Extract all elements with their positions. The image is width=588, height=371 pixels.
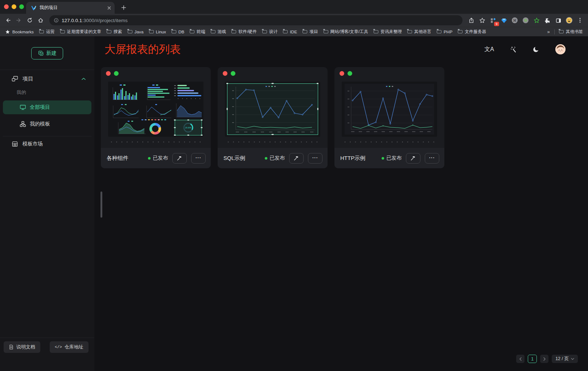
side-panel-button[interactable]	[553, 15, 563, 25]
next-page-button[interactable]	[540, 355, 548, 363]
header-actions: 文A	[484, 44, 566, 54]
extensions-puzzle-button[interactable]	[542, 15, 552, 25]
sidebar-group-project[interactable]: 项目	[0, 70, 94, 87]
bookmark-folder[interactable]: 文件服务器	[458, 29, 486, 35]
status-label: 已发布	[153, 155, 168, 161]
info-icon[interactable]	[54, 18, 59, 23]
more-button[interactable]: ···	[425, 153, 439, 164]
back-button[interactable]	[3, 15, 13, 25]
pagination: 1 12 / 页	[516, 355, 578, 363]
extension-green-star-icon[interactable]	[531, 15, 542, 25]
chevron-left-icon	[519, 357, 522, 361]
zoom-window-button[interactable]	[19, 4, 24, 9]
bookmark-folder[interactable]: 设计	[262, 29, 278, 35]
address-bar[interactable]: 127.0.0.1:3000/#/project/items	[49, 15, 462, 25]
bookmarks-divider	[554, 29, 555, 34]
status-label: 已发布	[270, 155, 285, 161]
more-button[interactable]: ···	[191, 153, 206, 164]
new-project-button[interactable]: 新建	[31, 47, 63, 59]
translate-icon[interactable]: 文A	[484, 46, 494, 53]
card-footer: SQL示例 已发布 ···	[218, 148, 328, 168]
sidebar-item-my-templates[interactable]: 我的模板	[3, 117, 91, 131]
main-scrollbar-thumb[interactable]	[100, 191, 102, 218]
magic-wand-icon[interactable]	[510, 46, 517, 53]
bookmark-folder[interactable]: 游戏	[211, 29, 226, 35]
reload-icon	[27, 17, 33, 23]
bookmark-folder[interactable]: Linux	[149, 29, 166, 34]
card-green-dot	[348, 71, 352, 76]
tab-close-icon[interactable]	[107, 6, 111, 10]
sidebar-item-all-projects[interactable]: 全部项目	[3, 100, 91, 114]
sidebar-item-template-market[interactable]: 模板市场	[0, 136, 94, 152]
minimize-window-button[interactable]	[12, 4, 16, 9]
bookmarks-bar: Bookmarks 运营 近期需要读的文章 搜索 Java Linux DB 前…	[0, 27, 588, 36]
more-icon: ···	[196, 155, 201, 160]
docs-button[interactable]: 说明文档	[4, 341, 40, 353]
chevron-right-icon	[543, 357, 546, 361]
bookmark-folder[interactable]: 运营	[39, 29, 55, 35]
folder-icon	[60, 30, 65, 33]
bookmark-folder[interactable]: 近期需要读的文章	[60, 29, 101, 35]
card-title: HTTP示例	[340, 155, 365, 162]
bookmark-folder[interactable]: 搜索	[107, 29, 122, 35]
new-tab-button[interactable]	[120, 4, 128, 12]
status-badge: 已发布	[265, 155, 285, 161]
bookmark-folder[interactable]: 资讯未整理	[374, 29, 402, 35]
extension-record-icon[interactable]	[521, 15, 531, 25]
browser-menu-button[interactable]	[575, 15, 585, 25]
project-card[interactable]: HTTP示例 已发布 ···	[334, 67, 444, 168]
card-footer: HTTP示例 已发布 ···	[334, 148, 444, 168]
preview-http-chart-thumbnail	[342, 82, 437, 137]
extension-command-icon[interactable]: ⌘	[510, 15, 520, 25]
forward-button[interactable]	[14, 15, 24, 25]
user-avatar[interactable]	[555, 44, 566, 54]
bookmark-folder[interactable]: 网站/博客/文章/工具	[324, 29, 368, 35]
command-glyph: ⌘	[513, 18, 517, 22]
bookmark-folder[interactable]: 项目	[303, 29, 318, 35]
star-icon	[479, 17, 485, 24]
status-dot	[148, 157, 151, 160]
current-page-button[interactable]: 1	[528, 355, 537, 363]
profile-avatar-button[interactable]	[564, 15, 574, 25]
edit-button[interactable]	[406, 153, 420, 164]
bookmark-folder[interactable]: PHP	[437, 29, 452, 34]
page-size-select[interactable]: 12 / 页	[552, 355, 578, 363]
browser-window: 我的项目 127.0.0.1:3000/#/project/items	[0, 0, 588, 371]
bookmark-folder[interactable]: DB	[172, 29, 184, 34]
chevron-up-icon[interactable]	[82, 78, 86, 80]
avatar-face	[555, 44, 566, 54]
project-card[interactable]: SQL示例 已发布 ···	[218, 67, 328, 168]
folder-icon	[211, 30, 215, 33]
bookmark-star-button[interactable]	[477, 15, 487, 25]
moon-icon[interactable]	[533, 46, 539, 53]
bookmark-folder[interactable]: 前端	[190, 29, 205, 35]
repo-button[interactable]: </> 仓库地址	[50, 341, 89, 353]
tab-favicon	[31, 5, 37, 11]
side-panel-icon	[555, 17, 562, 24]
browser-tab[interactable]: 我的项目	[26, 2, 115, 14]
folder-icon	[39, 30, 44, 33]
home-button[interactable]	[36, 15, 46, 25]
reload-button[interactable]	[25, 15, 35, 25]
extension-gem-icon[interactable]	[499, 15, 509, 25]
folder-icon	[437, 30, 441, 33]
edit-button[interactable]	[172, 153, 187, 164]
close-window-button[interactable]	[4, 4, 9, 9]
bookmark-folder[interactable]: 其他语言	[407, 29, 431, 35]
bookmarks-manager[interactable]: Bookmarks	[5, 29, 34, 34]
edit-button[interactable]	[289, 153, 304, 164]
share-button[interactable]	[466, 15, 476, 25]
bookmark-folder[interactable]: Java	[128, 29, 144, 34]
record-circle-icon	[522, 17, 529, 24]
preview-gauge-selected: 25.00%	[174, 120, 203, 136]
bookmarks-star-icon	[5, 29, 10, 34]
other-bookmarks-folder[interactable]: 其他书签	[559, 29, 583, 35]
bookmarks-overflow-button[interactable]: »	[547, 29, 550, 34]
folder-icon	[149, 30, 154, 33]
project-card[interactable]: 25.00% 各种组件 已发布	[101, 67, 211, 168]
bookmark-folder[interactable]: IDE	[283, 29, 297, 34]
extension-grid-diamond-icon[interactable]: 9	[488, 15, 498, 25]
more-button[interactable]: ···	[308, 153, 322, 164]
prev-page-button[interactable]	[516, 355, 525, 363]
bookmark-folder[interactable]: 软件/硬件	[231, 29, 256, 35]
